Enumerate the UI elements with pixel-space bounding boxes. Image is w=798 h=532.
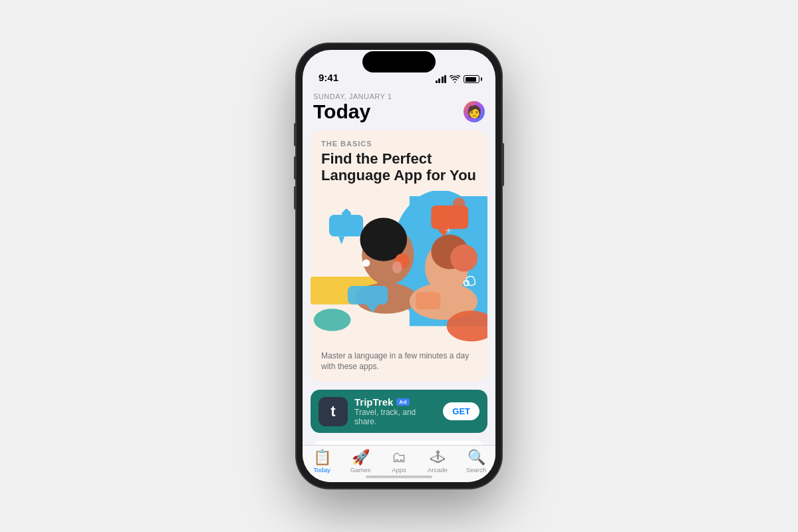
page-header: Sunday, January 1 Today 🧑 xyxy=(303,87,495,130)
ad-badge: Ad xyxy=(396,398,409,406)
hero-title: Find the Perfect Language App for You xyxy=(321,150,477,184)
svg-rect-22 xyxy=(348,285,388,304)
date-label: Sunday, January 1 xyxy=(313,92,392,100)
today-icon: 📋 xyxy=(313,450,331,465)
get-button[interactable]: GET xyxy=(443,402,479,420)
svg-text:+: + xyxy=(446,224,452,235)
tab-apps-label: Apps xyxy=(392,466,406,473)
content-scroll[interactable]: Sunday, January 1 Today 🧑 THE BASICS Fin… xyxy=(303,87,495,445)
tab-arcade[interactable]: 🕹 Arcade xyxy=(418,450,457,473)
apps-icon: 🗂 xyxy=(392,450,406,465)
svg-point-20 xyxy=(450,244,477,271)
avatar[interactable]: 🧑 xyxy=(464,101,485,122)
ad-app-name: TripTrek Ad xyxy=(354,396,436,408)
battery-icon xyxy=(464,75,479,83)
tab-apps[interactable]: 🗂 Apps xyxy=(380,450,418,473)
ad-app-icon: t xyxy=(319,397,348,426)
hero-category: THE BASICS xyxy=(321,140,477,148)
hero-card[interactable]: THE BASICS Find the Perfect Language App… xyxy=(311,130,487,382)
signal-icon xyxy=(436,75,447,83)
scene: 9:41 xyxy=(0,0,798,532)
svg-rect-21 xyxy=(416,292,440,309)
tab-search[interactable]: 🔍 Search xyxy=(457,450,495,473)
wifi-icon xyxy=(450,75,460,83)
search-icon: 🔍 xyxy=(467,450,485,465)
svg-point-16 xyxy=(392,261,402,273)
svg-point-15 xyxy=(362,259,370,267)
tab-today[interactable]: 📋 Today xyxy=(303,450,341,473)
phone-shell: 9:41 xyxy=(296,43,502,489)
svg-point-6 xyxy=(453,197,466,209)
svg-point-26 xyxy=(314,309,351,331)
tab-arcade-label: Arcade xyxy=(428,466,448,473)
ad-description: Travel, track, and share. xyxy=(354,408,436,426)
tab-search-label: Search xyxy=(466,466,486,473)
screen: 9:41 xyxy=(303,50,495,482)
home-indicator xyxy=(366,475,432,478)
hero-description: Master a language in a few minutes a day… xyxy=(311,344,487,382)
status-icons xyxy=(436,75,480,83)
tab-today-label: Today xyxy=(313,466,330,473)
page-title: Today xyxy=(313,100,392,122)
arcade-icon: 🕹 xyxy=(430,450,445,465)
games-icon: 🚀 xyxy=(352,450,370,465)
dynamic-island xyxy=(362,51,436,72)
tab-games-label: Games xyxy=(350,466,371,473)
status-time: 9:41 xyxy=(319,72,436,83)
tab-games[interactable]: 🚀 Games xyxy=(341,450,380,473)
hero-illustration: + xyxy=(311,191,487,344)
ad-banner[interactable]: t TripTrek Ad Travel, track, and share. … xyxy=(311,390,487,433)
